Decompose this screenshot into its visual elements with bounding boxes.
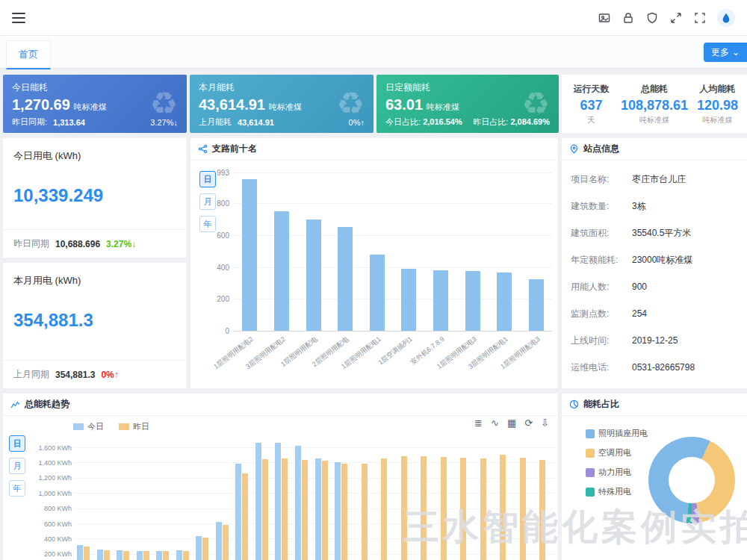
- recycle-icon: ♻: [336, 88, 365, 119]
- toggle-day[interactable]: 日: [199, 171, 216, 187]
- app-logo[interactable]: [717, 9, 735, 27]
- toggle-day[interactable]: 日: [9, 435, 25, 452]
- stat-total-energy: 总能耗 108,878.61 吨标准煤: [621, 83, 688, 125]
- trend-bar-昨日: [123, 551, 129, 560]
- trend-bar-今日: [117, 550, 123, 560]
- trend-bar-昨日: [421, 456, 427, 560]
- toggle-year[interactable]: 年: [199, 216, 216, 232]
- month-power-value: 354,881.3: [3, 310, 187, 331]
- trend-bar-昨日: [362, 464, 368, 560]
- stat-unit: 天: [562, 115, 621, 125]
- legend-swatch: [586, 429, 595, 438]
- site-info-panel: 站点信息 项目名称:枣庄市台儿庄 建筑数量:3栋 建筑面积:35540.5平方米…: [562, 138, 747, 388]
- trend-bar-昨日: [282, 458, 288, 560]
- legend-yesterday[interactable]: 昨日: [119, 421, 149, 432]
- y-axis-tick: 200 KWh: [7, 550, 72, 558]
- legend-special[interactable]: 特殊用电: [586, 486, 648, 497]
- legend-today[interactable]: 今日: [73, 421, 104, 432]
- energy-dashboard: { "tabs": { "home": "首页", "more": "更多" }…: [0, 0, 747, 560]
- top-bar: [0, 0, 747, 36]
- site-row: 用能人数:900: [562, 279, 747, 295]
- bar-chart-icon[interactable]: ▦: [507, 418, 516, 428]
- legend-swatch: [119, 423, 129, 430]
- legend-power[interactable]: 动力用电: [586, 467, 648, 478]
- card-unit: 吨标准煤: [74, 102, 107, 111]
- card-unit: 吨标准煤: [427, 102, 459, 111]
- toggle-month[interactable]: 月: [199, 193, 216, 210]
- stat-label: 总能耗: [621, 83, 688, 96]
- branch-bar: [465, 271, 480, 331]
- branch-bar: [401, 269, 416, 331]
- x-axis-label: 1层照明用配电2: [200, 335, 255, 381]
- y-axis-tick: 400 KWh: [7, 535, 72, 543]
- recycle-icon: ♻: [149, 88, 178, 119]
- trend-bar-昨日: [539, 460, 545, 560]
- trend-bar-昨日: [242, 473, 248, 560]
- trend-bar-今日: [216, 522, 222, 560]
- site-row: 监测点数:254: [562, 306, 747, 322]
- download-icon[interactable]: ⇩: [541, 418, 549, 428]
- trend-bar-昨日: [341, 464, 347, 560]
- recycle-icon: ♻: [521, 88, 550, 119]
- trend-legend: 今日 昨日: [73, 421, 149, 432]
- trend-bar-昨日: [202, 538, 208, 560]
- site-row: 项目名称:枣庄市台儿庄: [562, 172, 747, 187]
- card-sub-value: 2,016.54%: [423, 117, 462, 126]
- lock-icon[interactable]: [622, 11, 635, 25]
- screenshot-icon[interactable]: [598, 11, 611, 25]
- header-actions: [598, 9, 735, 27]
- trend-bar-昨日: [441, 457, 447, 560]
- y-axis-tick: 800 KWh: [7, 505, 72, 512]
- toggle-month[interactable]: 月: [9, 458, 25, 474]
- gridline: [234, 331, 552, 332]
- branch-bar: [338, 227, 353, 331]
- stat-running-days: 运行天数 637 天: [562, 83, 621, 125]
- card-sub-label2: 昨日占比:: [473, 117, 508, 126]
- card-value: 43,614.91: [199, 96, 265, 113]
- card-sub-label: 今日占比:: [385, 117, 421, 126]
- summary-stats-panel: 运行天数 637 天 总能耗 108,878.61 吨标准煤 人均能耗 120.…: [562, 75, 747, 133]
- menu-icon[interactable]: [12, 13, 25, 23]
- today-power-value: 10,339.249: [3, 185, 187, 206]
- y-axis-tick: 0: [199, 327, 229, 335]
- card-quota-energy: 日定额能耗 63.01吨标准煤 今日占比: 2,016.54% 昨日占比: 2,…: [376, 75, 559, 133]
- trend-bar-昨日: [163, 551, 169, 560]
- expand-icon[interactable]: [669, 11, 683, 25]
- panel-title: 站点信息: [583, 143, 619, 155]
- stat-unit: 吨标准煤: [621, 115, 688, 125]
- branch-icon: [198, 144, 208, 154]
- y-axis-tick: 400: [199, 264, 229, 272]
- line-chart-icon[interactable]: ∿: [491, 418, 499, 428]
- trend-bar-昨日: [143, 551, 149, 560]
- data-view-icon[interactable]: ≣: [474, 418, 483, 428]
- legend-swatch: [586, 468, 595, 477]
- shield-icon[interactable]: [645, 11, 659, 25]
- card-sub-label: 上月能耗: [199, 116, 232, 128]
- trend-bar-今日: [295, 446, 301, 560]
- refresh-icon[interactable]: ⟳: [524, 418, 533, 428]
- trend-bar-昨日: [84, 547, 90, 560]
- trend-bar-昨日: [401, 456, 407, 560]
- stat-unit: 吨标准煤: [688, 115, 747, 125]
- pie-icon: [569, 399, 579, 409]
- trend-bar-今日: [315, 458, 321, 560]
- compare-pct: 3.27%↓: [106, 239, 136, 249]
- legend-hvac[interactable]: 空调用电: [586, 447, 648, 458]
- legend-lighting[interactable]: 照明插座用电: [586, 428, 648, 439]
- branch-bar: [306, 220, 321, 331]
- tab-home[interactable]: 首页: [6, 40, 51, 69]
- toggle-year[interactable]: 年: [9, 480, 25, 497]
- trend-bar-昨日: [381, 458, 387, 560]
- energy-share-donut: [648, 437, 735, 523]
- more-label: 更多: [711, 46, 729, 59]
- compare-value: 354,881.3: [55, 370, 95, 380]
- trend-toolbar: ≣ ∿ ▦ ⟳ ⇩: [474, 418, 549, 428]
- more-button[interactable]: 更多 ⌄: [704, 43, 747, 62]
- site-row: 建筑数量:3栋: [562, 199, 747, 214]
- branch-bar: [242, 179, 257, 331]
- pie-legend: 照明插座用电 空调用电 动力用电 特殊用电: [586, 428, 648, 497]
- fullscreen-icon[interactable]: [693, 11, 707, 25]
- gridline: [234, 172, 552, 173]
- trend-bar-今日: [77, 545, 83, 560]
- trend-bar-今日: [97, 550, 103, 560]
